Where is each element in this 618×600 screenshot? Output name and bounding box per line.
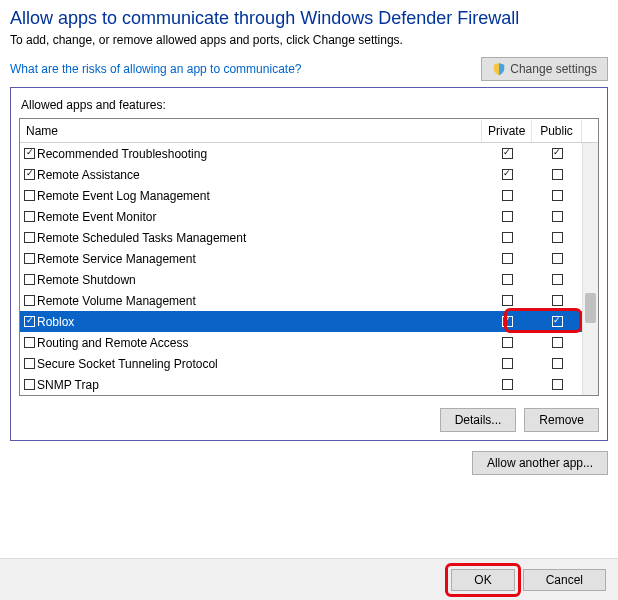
scrollbar-thumb[interactable] [585, 293, 596, 323]
public-checkbox[interactable] [552, 295, 563, 306]
cell-public [532, 274, 582, 285]
app-name-label: SNMP Trap [37, 378, 99, 392]
risks-link[interactable]: What are the risks of allowing an app to… [10, 62, 301, 76]
cell-public [532, 316, 582, 327]
page-subtitle: To add, change, or remove allowed apps a… [10, 33, 608, 47]
cell-public [532, 190, 582, 201]
private-checkbox[interactable] [502, 211, 513, 222]
cancel-button[interactable]: Cancel [523, 569, 606, 591]
table-row[interactable]: Remote Service Management [20, 248, 598, 269]
table-row[interactable]: Remote Assistance [20, 164, 598, 185]
enabled-checkbox[interactable] [24, 316, 35, 327]
private-checkbox[interactable] [502, 232, 513, 243]
allow-another-app-button[interactable]: Allow another app... [472, 451, 608, 475]
enabled-checkbox[interactable] [24, 232, 35, 243]
table-row[interactable]: Remote Shutdown [20, 269, 598, 290]
private-checkbox[interactable] [502, 253, 513, 264]
private-checkbox[interactable] [502, 379, 513, 390]
change-settings-button[interactable]: Change settings [481, 57, 608, 81]
enabled-checkbox[interactable] [24, 169, 35, 180]
details-button[interactable]: Details... [440, 408, 517, 432]
table-header: Name Private Public [20, 119, 598, 143]
public-checkbox[interactable] [552, 211, 563, 222]
public-checkbox[interactable] [552, 232, 563, 243]
cell-public [532, 337, 582, 348]
table-row[interactable]: Remote Scheduled Tasks Management [20, 227, 598, 248]
public-checkbox[interactable] [552, 253, 563, 264]
col-header-name[interactable]: Name [20, 120, 482, 142]
shield-icon [492, 62, 506, 76]
public-checkbox[interactable] [552, 274, 563, 285]
cell-name: Remote Shutdown [20, 273, 482, 287]
public-checkbox[interactable] [552, 316, 563, 327]
cell-private [482, 232, 532, 243]
cell-name: Remote Volume Management [20, 294, 482, 308]
cell-private [482, 379, 532, 390]
cell-public [532, 232, 582, 243]
cell-public [532, 379, 582, 390]
app-name-label: Secure Socket Tunneling Protocol [37, 357, 218, 371]
app-name-label: Remote Assistance [37, 168, 140, 182]
cell-name: Secure Socket Tunneling Protocol [20, 357, 482, 371]
remove-button[interactable]: Remove [524, 408, 599, 432]
app-name-label: Remote Event Monitor [37, 210, 156, 224]
table-row[interactable]: Secure Socket Tunneling Protocol [20, 353, 598, 374]
cell-private [482, 295, 532, 306]
app-name-label: Remote Event Log Management [37, 189, 210, 203]
enabled-checkbox[interactable] [24, 211, 35, 222]
cell-name: Remote Event Monitor [20, 210, 482, 224]
col-header-private[interactable]: Private [482, 120, 532, 142]
cell-private [482, 190, 532, 201]
enabled-checkbox[interactable] [24, 379, 35, 390]
public-checkbox[interactable] [552, 358, 563, 369]
public-checkbox[interactable] [552, 379, 563, 390]
public-checkbox[interactable] [552, 169, 563, 180]
cell-public [532, 148, 582, 159]
cell-public [532, 358, 582, 369]
cell-public [532, 211, 582, 222]
cell-private [482, 169, 532, 180]
table-row[interactable]: Remote Event Monitor [20, 206, 598, 227]
private-checkbox[interactable] [502, 337, 513, 348]
table-row[interactable]: Roblox [20, 311, 598, 332]
cell-name: SNMP Trap [20, 378, 482, 392]
app-name-label: Remote Volume Management [37, 294, 196, 308]
allowed-apps-group: Allowed apps and features: Name Private … [10, 87, 608, 441]
enabled-checkbox[interactable] [24, 337, 35, 348]
enabled-checkbox[interactable] [24, 295, 35, 306]
cell-private [482, 274, 532, 285]
public-checkbox[interactable] [552, 337, 563, 348]
private-checkbox[interactable] [502, 295, 513, 306]
col-header-public[interactable]: Public [532, 120, 582, 142]
table-row[interactable]: SNMP Trap [20, 374, 598, 395]
enabled-checkbox[interactable] [24, 190, 35, 201]
enabled-checkbox[interactable] [24, 148, 35, 159]
private-checkbox[interactable] [502, 274, 513, 285]
cell-name: Remote Event Log Management [20, 189, 482, 203]
cell-private [482, 148, 532, 159]
private-checkbox[interactable] [502, 316, 513, 327]
enabled-checkbox[interactable] [24, 274, 35, 285]
public-checkbox[interactable] [552, 190, 563, 201]
enabled-checkbox[interactable] [24, 358, 35, 369]
private-checkbox[interactable] [502, 358, 513, 369]
private-checkbox[interactable] [502, 190, 513, 201]
app-name-label: Remote Shutdown [37, 273, 136, 287]
table-row[interactable]: Remote Volume Management [20, 290, 598, 311]
table-row[interactable]: Recommended Troubleshooting [20, 143, 598, 164]
cell-name: Remote Scheduled Tasks Management [20, 231, 482, 245]
cell-name: Remote Assistance [20, 168, 482, 182]
private-checkbox[interactable] [502, 169, 513, 180]
ok-button[interactable]: OK [451, 569, 514, 591]
cell-public [532, 295, 582, 306]
allowed-apps-table: Name Private Public Recommended Troubles… [19, 118, 599, 396]
enabled-checkbox[interactable] [24, 253, 35, 264]
table-row[interactable]: Routing and Remote Access [20, 332, 598, 353]
private-checkbox[interactable] [502, 148, 513, 159]
table-row[interactable]: Remote Event Log Management [20, 185, 598, 206]
cell-private [482, 337, 532, 348]
vertical-scrollbar[interactable] [582, 143, 598, 395]
cell-public [532, 169, 582, 180]
app-name-label: Roblox [37, 315, 74, 329]
public-checkbox[interactable] [552, 148, 563, 159]
